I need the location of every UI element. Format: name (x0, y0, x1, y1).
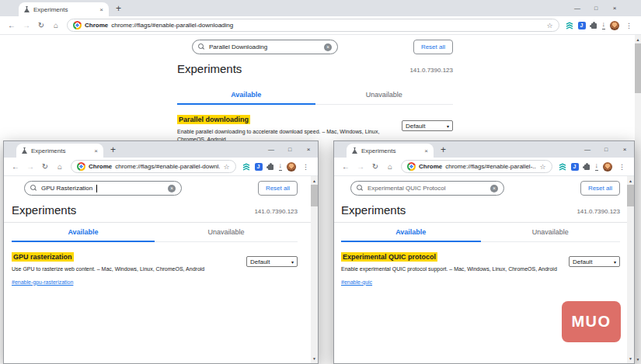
downloads-icon[interactable]: ↓ (279, 162, 283, 171)
forward-button[interactable]: → (354, 162, 368, 171)
bookmark-star-icon[interactable]: ☆ (546, 22, 552, 29)
flags-search-row: Parallel Downloading × Reset all (177, 40, 453, 54)
flag-tabs: Available Unavailable (177, 85, 453, 105)
address-bar[interactable]: Chrome chrome://flags/#enable-parallel-d… (67, 19, 559, 32)
scroll-down-icon[interactable]: ▼ (629, 355, 632, 363)
browser-tab-experiments[interactable]: Experiments × (16, 144, 103, 158)
scroll-up-icon[interactable]: ▲ (636, 35, 640, 43)
browser-menu-icon[interactable]: ⋮ (617, 163, 627, 171)
reload-button[interactable]: ↻ (38, 162, 52, 171)
downloads-icon[interactable]: ↓ (602, 21, 606, 29)
browser-window-gpu: Experiments × + — □ × ← → ↻ ⌂ Chrome chr… (3, 140, 319, 364)
reset-all-button[interactable]: Reset all (580, 181, 620, 196)
scroll-up-icon[interactable]: ▲ (312, 176, 316, 185)
reset-all-button[interactable]: Reset all (413, 40, 453, 54)
browser-tab-experiments[interactable]: Experiments × (19, 2, 109, 16)
reload-button[interactable]: ↻ (34, 21, 48, 29)
flags-search-box[interactable]: Parallel Downloading × (192, 40, 338, 54)
scrollbar[interactable]: ▲ ▼ (627, 176, 634, 363)
bookmark-star-icon[interactable]: ☆ (539, 163, 545, 171)
bookmark-star-icon[interactable]: ☆ (223, 163, 229, 171)
scrollbar[interactable]: ▲ ▼ (311, 176, 318, 363)
back-button[interactable]: ← (5, 21, 19, 29)
tab-title: Experiments (361, 147, 420, 154)
clear-search-icon[interactable]: × (168, 185, 176, 192)
browser-menu-icon[interactable]: ⋮ (301, 163, 311, 171)
profile-avatar[interactable] (603, 162, 612, 172)
extension-icon-j[interactable]: J (578, 22, 586, 29)
profile-avatar[interactable] (287, 162, 296, 172)
url-text[interactable]: chrome://flags/#enable-parallel-downl... (115, 163, 220, 170)
close-button[interactable]: × (299, 146, 318, 153)
tab-available[interactable]: Available (177, 85, 315, 105)
address-bar[interactable]: Chrome chrome://flags/#enable-parallel-d… (71, 160, 236, 173)
browser-tab-experiments[interactable]: Experiments × (347, 144, 434, 158)
maximize-button[interactable]: □ (587, 5, 605, 11)
minimize-button[interactable]: — (578, 146, 597, 153)
extensions-puzzle-icon[interactable] (584, 165, 590, 170)
scroll-thumb[interactable] (627, 185, 634, 206)
title-row: Experiments 141.0.7390.123 (177, 62, 453, 75)
flag-state-select[interactable]: Default ▾ (402, 120, 453, 131)
new-tab-button[interactable]: + (116, 2, 121, 16)
forward-button[interactable]: → (19, 21, 33, 29)
tab-unavailable[interactable]: Unavailable (481, 223, 621, 242)
url-text[interactable]: chrome://flags/#enable-parallel-download… (111, 22, 543, 29)
scroll-thumb[interactable] (311, 185, 318, 206)
home-button[interactable]: ⌂ (53, 162, 67, 171)
url-text[interactable]: chrome://flags/#enable-parallel-... (445, 163, 536, 170)
flag-permalink[interactable]: #enable-quic (341, 279, 372, 285)
back-button[interactable]: ← (9, 162, 23, 171)
flag-state-select[interactable]: Default ▾ (569, 256, 620, 267)
scrollbar[interactable]: ▲ ▼ (635, 35, 641, 364)
tab-close-icon[interactable]: × (99, 6, 103, 13)
clear-search-icon[interactable]: × (324, 43, 332, 51)
maximize-button[interactable]: □ (597, 147, 615, 152)
browser-menu-icon[interactable]: ⋮ (624, 22, 634, 29)
flag-permalink[interactable]: #enable-gpu-rasterization (12, 279, 73, 285)
forward-button[interactable]: → (23, 162, 37, 171)
flags-favicon-icon (22, 147, 27, 154)
scroll-thumb[interactable] (635, 43, 641, 93)
downloads-icon[interactable]: ↓ (595, 162, 599, 171)
flags-favicon-icon (352, 147, 357, 154)
reload-button[interactable]: ↻ (368, 162, 382, 171)
extensions-puzzle-icon[interactable] (591, 23, 597, 29)
reset-all-button[interactable]: Reset all (258, 181, 298, 196)
tab-available[interactable]: Available (341, 223, 481, 242)
scroll-down-icon[interactable]: ▼ (636, 355, 640, 364)
tab-close-icon[interactable]: × (424, 147, 428, 154)
address-bar[interactable]: Chrome chrome://flags/#enable-parallel-.… (401, 160, 552, 173)
extension-icon-j[interactable]: J (255, 163, 263, 171)
minimize-button[interactable]: — (262, 146, 280, 153)
extension-icon-teal[interactable] (566, 19, 573, 33)
browser-toolbar: ← → ↻ ⌂ Chrome chrome://flags/#enable-pa… (0, 16, 641, 35)
extensions-area: J ↓ ⋮ (240, 160, 314, 174)
maximize-button[interactable]: □ (280, 147, 299, 152)
flags-search-box[interactable]: Experimental QUIC Protocol × (350, 181, 504, 196)
flags-search-box[interactable]: GPU Rasterization × (24, 181, 182, 196)
back-button[interactable]: ← (339, 162, 353, 171)
close-button[interactable]: × (605, 5, 624, 12)
search-input-value: GPU Rasterization (41, 185, 92, 192)
chrome-label: Chrome (85, 22, 108, 29)
tab-available[interactable]: Available (12, 223, 155, 242)
minimize-button[interactable]: — (568, 5, 587, 12)
home-button[interactable]: ⌂ (383, 162, 397, 171)
scroll-down-icon[interactable]: ▼ (312, 355, 316, 363)
extension-icon-teal[interactable] (242, 160, 250, 174)
tab-close-icon[interactable]: × (94, 147, 98, 154)
extensions-puzzle-icon[interactable] (268, 165, 273, 170)
flag-state-select[interactable]: Default ▾ (246, 256, 298, 267)
home-button[interactable]: ⌂ (49, 21, 63, 29)
tab-unavailable[interactable]: Unavailable (155, 223, 298, 242)
profile-avatar[interactable] (610, 21, 619, 30)
clear-search-icon[interactable]: × (490, 185, 498, 192)
extension-icon-teal[interactable] (559, 160, 566, 174)
close-button[interactable]: × (615, 146, 634, 153)
scroll-up-icon[interactable]: ▲ (629, 176, 632, 185)
new-tab-button[interactable]: + (441, 143, 446, 157)
new-tab-button[interactable]: + (110, 143, 116, 157)
tab-unavailable[interactable]: Unavailable (315, 85, 454, 105)
extension-icon-j[interactable]: J (571, 163, 579, 171)
